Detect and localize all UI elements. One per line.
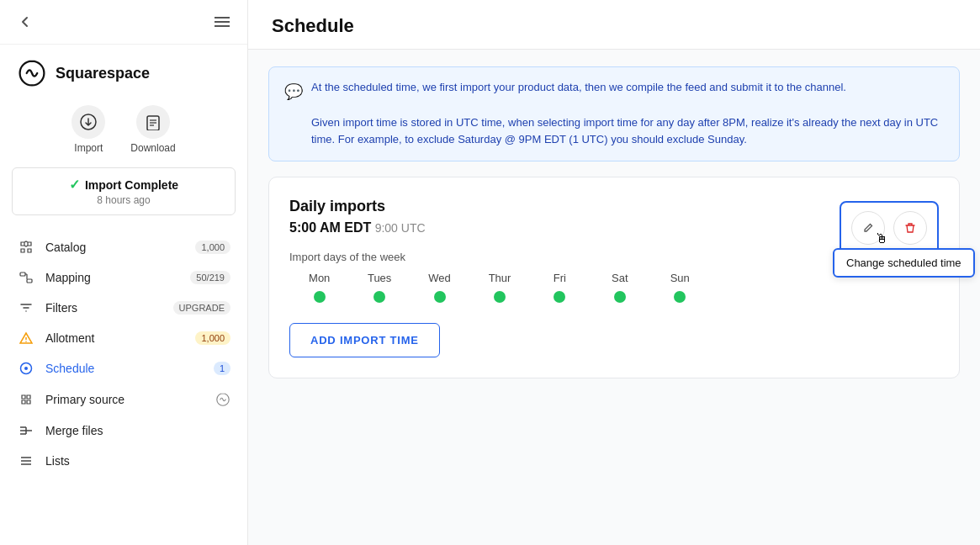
action-area: 🖱 Change scheduled time — [840, 201, 939, 255]
catalog-label: Catalog — [45, 241, 195, 254]
edit-time-button[interactable] — [851, 211, 885, 245]
svg-point-11 — [25, 341, 27, 342]
lists-icon — [17, 454, 35, 468]
day-mon: Mon — [289, 272, 349, 303]
svg-rect-9 — [27, 279, 32, 283]
primary-source-label: Primary source — [45, 393, 215, 406]
brand-area: Squarespace — [0, 45, 247, 95]
status-subtitle: 8 hours ago — [97, 194, 150, 206]
sidebar-item-mapping[interactable]: Mapping 50/219 — [0, 262, 247, 293]
mapping-badge: 50/219 — [190, 271, 230, 284]
import-label: Import — [74, 142, 103, 154]
schedule-card: Daily imports 5:00 AM EDT 9:00 UTC Impor… — [268, 177, 960, 378]
tooltip: Change scheduled time — [833, 248, 975, 278]
delete-time-button[interactable] — [893, 211, 927, 245]
sidebar-top-nav — [0, 0, 247, 45]
sidebar-nav: Catalog 1,000 Mapping 50/219 Filters UPG… — [0, 229, 247, 479]
info-bubble-icon: 💬 — [284, 80, 303, 104]
schedule-icon — [17, 362, 35, 375]
status-text: Import Complete — [85, 178, 178, 192]
page-title: Schedule — [272, 15, 956, 37]
day-sat-dot — [614, 291, 626, 303]
add-import-time-button[interactable]: ADD IMPORT TIME — [289, 323, 440, 357]
svg-rect-8 — [20, 272, 25, 276]
day-mon-dot — [314, 291, 326, 303]
day-fri-dot — [554, 291, 565, 303]
catalog-icon — [17, 241, 35, 254]
sidebar-item-lists[interactable]: Lists — [0, 446, 247, 476]
daily-imports-title: Daily imports — [289, 198, 385, 215]
download-action[interactable]: Download — [130, 105, 175, 154]
filters-badge: UPGRADE — [173, 301, 230, 315]
sidebar-item-filters[interactable]: Filters UPGRADE — [0, 293, 247, 323]
back-button[interactable] — [13, 10, 37, 34]
schedule-badge: 1 — [214, 362, 230, 375]
days-grid: Mon Tues Wed Thur — [289, 272, 710, 303]
sidebar-item-allotment[interactable]: Allotment 1,000 — [0, 323, 247, 353]
main-content: Schedule 💬 At the scheduled time, we fir… — [248, 0, 980, 545]
sidebar-item-catalog[interactable]: Catalog 1,000 — [0, 232, 247, 262]
filters-label: Filters — [45, 301, 173, 315]
day-sun-dot — [674, 291, 686, 303]
time-utc: 9:00 UTC — [375, 221, 426, 235]
merge-files-label: Merge files — [45, 424, 230, 437]
info-box: 💬 At the scheduled time, we first import… — [268, 66, 960, 161]
brand-name: Squarespace — [56, 65, 150, 82]
time-edt: 5:00 AM EDT — [289, 220, 371, 235]
lists-label: Lists — [45, 454, 230, 468]
filters-icon — [17, 301, 35, 315]
day-fri: Fri — [530, 272, 590, 303]
status-check-icon: ✓ — [69, 177, 80, 193]
time-display: 5:00 AM EDT 9:00 UTC — [289, 220, 823, 235]
allotment-icon — [17, 331, 35, 345]
status-card: ✓ Import Complete 8 hours ago — [12, 167, 236, 215]
import-days-label: Import days of the week — [289, 251, 823, 263]
day-wed: Wed — [410, 272, 469, 303]
brand-logo-icon — [17, 58, 47, 88]
sidebar-actions: Import Download — [0, 95, 247, 167]
download-label: Download — [130, 142, 175, 154]
allotment-label: Allotment — [45, 331, 195, 345]
info-line1: At the scheduled time, we first import y… — [311, 79, 944, 97]
merge-files-icon — [17, 424, 35, 437]
import-icon — [72, 105, 105, 139]
catalog-badge: 1,000 — [195, 241, 230, 254]
day-tues-dot — [373, 291, 385, 303]
status-title: ✓ Import Complete — [69, 177, 178, 193]
day-tues: Tues — [349, 272, 409, 303]
schedule-label: Schedule — [45, 362, 214, 375]
svg-point-13 — [24, 367, 28, 370]
menu-button[interactable] — [210, 10, 234, 34]
import-action[interactable]: Import — [72, 105, 105, 154]
download-icon — [136, 105, 170, 139]
sidebar-item-primary-source[interactable]: Primary source — [0, 384, 247, 415]
allotment-badge: 1,000 — [195, 331, 230, 345]
day-thur: Thur — [469, 272, 529, 303]
day-sat: Sat — [590, 272, 649, 303]
day-thur-dot — [494, 291, 506, 303]
day-wed-dot — [434, 291, 446, 303]
mapping-icon — [17, 271, 35, 284]
squarespace-icon — [215, 392, 230, 407]
primary-source-icon — [17, 393, 35, 406]
sidebar-item-merge-files[interactable]: Merge files — [0, 415, 247, 446]
main-body: 💬 At the scheduled time, we first import… — [248, 50, 980, 395]
mapping-label: Mapping — [45, 271, 190, 284]
day-sun: Sun — [650, 272, 710, 303]
sidebar-item-schedule[interactable]: Schedule 1 — [0, 353, 247, 384]
info-line2: Given import time is stored in UTC time,… — [311, 114, 944, 150]
main-header: Schedule — [248, 0, 980, 50]
sidebar: Squarespace Import Download — [0, 0, 248, 545]
